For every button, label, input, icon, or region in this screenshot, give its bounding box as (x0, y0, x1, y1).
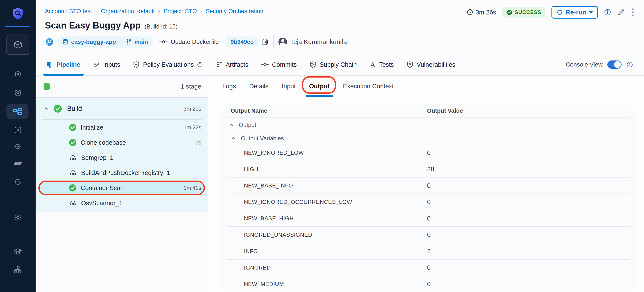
output-var-value: 0 (427, 215, 431, 222)
stage-name: Build (67, 105, 82, 112)
sidebar-divider (6, 236, 30, 236)
output-group-row[interactable]: Output (227, 118, 630, 132)
sidebar-item-settings[interactable] (0, 211, 36, 224)
execution-tabbar: Pipeline Inputs Policy Evaluations (36, 54, 644, 76)
execution-header: Account: STO test › Organization: defaul… (36, 0, 644, 54)
breadcrumb-project[interactable]: Project: STO (164, 8, 197, 15)
group-label: Output Variables (241, 135, 284, 142)
sidebar-item-org-structure[interactable] (0, 263, 36, 276)
sidebar-item-executions[interactable] (0, 123, 36, 137)
table-row: HIGH 28 (227, 161, 630, 177)
repository-icon (62, 39, 68, 45)
branch-name[interactable]: main (134, 39, 148, 45)
step-name: Semgrep_1 (81, 154, 114, 161)
chevron-up-icon[interactable] (43, 105, 50, 112)
layers-gear-icon (13, 247, 22, 257)
sidebar-item-default-settings[interactable] (0, 245, 36, 259)
copy-icon[interactable] (261, 38, 268, 46)
step-name: Container Scan (81, 185, 124, 192)
table-row: NEW_BASE_HIGH 0 (227, 210, 630, 226)
tab-tests[interactable]: Tests (369, 54, 394, 75)
tab-commits[interactable]: Commits (261, 54, 296, 75)
main-area: Account: STO test › Organization: defaul… (36, 0, 644, 292)
step-name: Clone codebase (81, 139, 126, 146)
app-root: Account: STO test › Organization: defaul… (0, 0, 644, 292)
step-row-osvscanner[interactable]: OsvScanner_1 (36, 195, 208, 211)
step-row-clone-codebase[interactable]: Clone codebase 7s (36, 135, 208, 150)
sidebar-item-get-started[interactable] (0, 175, 36, 189)
output-var-value: 0 (427, 198, 431, 206)
tab-label: Artifacts (226, 61, 248, 68)
stage-row-build[interactable]: Build 3m 20s (36, 98, 208, 119)
sidebar-item-pipelines-active[interactable] (6, 104, 28, 118)
tab-details[interactable]: Details (249, 83, 268, 90)
loop-strategy-icon (68, 199, 77, 207)
commit-sha[interactable]: 9b349ce (230, 39, 254, 45)
module-selector-button[interactable] (6, 35, 29, 55)
console-view-toggle[interactable] (607, 60, 622, 69)
sidebar-item-overview[interactable] (0, 86, 36, 100)
success-check-icon (68, 184, 77, 192)
flask-icon (369, 61, 376, 68)
step-duration: 1m 41s (184, 185, 201, 191)
repo-branch-pill[interactable]: easy-buggy-app main (57, 36, 153, 48)
chevron-up-icon[interactable] (228, 122, 234, 128)
table-row: NEW_IGNORED_LOW 0 (227, 145, 630, 161)
home-icon (14, 70, 22, 78)
commit-message[interactable]: Update Dockerfile (171, 39, 219, 45)
step-row-build-and-push[interactable]: BuildAndPushDockerRegistry_1 (36, 165, 208, 180)
breadcrumb-organization[interactable]: Organization: default (101, 8, 155, 15)
duration-value: 3m 26s (476, 9, 496, 16)
clock-icon (466, 9, 474, 16)
tab-supply-chain[interactable]: Supply Chain (309, 54, 357, 75)
tab-logs[interactable]: Logs (222, 83, 236, 90)
chevron-up-icon[interactable] (230, 136, 236, 141)
sidebar-item-exemptions[interactable] (0, 157, 36, 170)
tab-vulnerabilities[interactable]: Vulnerabilities (406, 54, 455, 75)
breadcrumb-account[interactable]: Account: STO test (45, 8, 92, 15)
step-name: OsvScanner_1 (81, 200, 122, 207)
tab-inputs[interactable]: Inputs (93, 54, 120, 75)
output-var-value: 0 (427, 231, 431, 238)
info-icon[interactable] (604, 9, 611, 16)
step-row-semgrep[interactable]: Semgrep_1 (36, 150, 208, 165)
tab-output-active[interactable]: Output (309, 83, 330, 90)
stage-status-square (44, 83, 50, 90)
commit-sha-pill[interactable]: 9b349ce (226, 37, 258, 47)
info-icon[interactable] (197, 62, 203, 68)
refresh-icon (556, 9, 563, 16)
status-text: SUCCESS (514, 9, 541, 15)
output-variables-group-row[interactable]: Output Variables (227, 132, 630, 145)
tab-execution-context[interactable]: Execution Context (343, 83, 394, 90)
group-label: Output (239, 122, 256, 128)
tab-input[interactable]: Input (282, 83, 296, 90)
output-var-name: NEW_BASE_HIGH (227, 215, 427, 222)
tab-pipeline[interactable]: Pipeline (46, 54, 80, 75)
more-options-menu-icon[interactable] (631, 8, 634, 17)
breadcrumb-separator: › (200, 8, 202, 15)
success-check-icon (68, 123, 77, 131)
output-var-name: INFO (227, 248, 427, 255)
breadcrumb-separator: › (158, 8, 160, 15)
step-row-initialize[interactable]: Initialize 1m 22s (36, 120, 208, 135)
info-icon[interactable] (626, 61, 633, 68)
sidebar-item-targets[interactable] (0, 139, 36, 153)
edit-pencil-icon[interactable] (617, 9, 625, 16)
output-var-value: 0 (427, 264, 431, 271)
output-value-header: Output Value (427, 107, 463, 114)
stage-tree: Build 3m 20s Initialize 1m 22s (36, 98, 208, 211)
step-duration: 7s (196, 139, 201, 146)
stage-summary-row: 1 stage (36, 76, 208, 98)
rerun-button[interactable]: Re-run (552, 6, 598, 19)
output-var-name: NEW_IGNORED_OCCURRENCES_LOW (227, 199, 427, 205)
repo-name[interactable]: easy-buggy-app (71, 39, 116, 45)
sidebar-item-home[interactable] (0, 67, 36, 81)
rerun-label: Re-run (566, 9, 586, 16)
table-row: NEW_MEDIUM 0 (227, 275, 630, 292)
output-var-name: NEW_IGNORED_LOW (227, 150, 427, 156)
tab-policy-evaluations[interactable]: Policy Evaluations (133, 54, 203, 75)
step-row-container-scan-selected[interactable]: Container Scan 1m 41s (36, 180, 208, 195)
tab-artifacts[interactable]: Artifacts (216, 54, 248, 75)
breadcrumb-module[interactable]: Security Orchestration (206, 8, 263, 15)
step-duration: 1m 22s (184, 124, 201, 131)
